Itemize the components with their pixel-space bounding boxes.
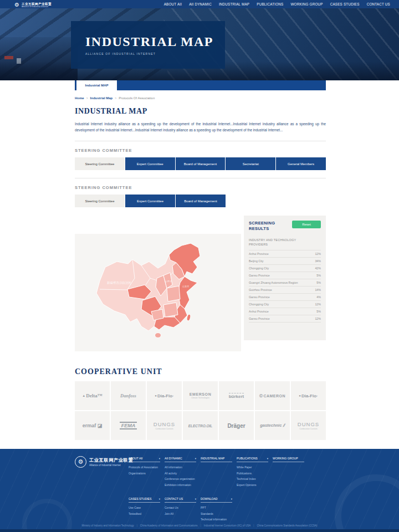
committee-tab[interactable]: General Members	[276, 157, 326, 170]
footer-link[interactable]: Conference organization	[165, 477, 196, 480]
partner-logo-fema[interactable]: FEMA	[111, 411, 146, 440]
screening-results-panel: SCREENING RESULTS Reset INDUSTRY AND TEC…	[244, 216, 326, 340]
gear-icon: ⚙	[14, 2, 19, 8]
committee-tab[interactable]: Steering Committee	[75, 195, 125, 207]
map-region-guizhou[interactable]	[151, 309, 163, 320]
screening-row[interactable]: Anhui Province12%	[249, 250, 321, 258]
site-logo[interactable]: ⚙ 工业互联网产业联盟 Alliance of Industrial Inter…	[14, 2, 52, 8]
partner-logo-ermaf[interactable]: ermaf ◪	[75, 411, 110, 440]
footer-link[interactable]: Join AII	[165, 512, 196, 515]
committee-tab[interactable]: Secretariat	[226, 157, 275, 170]
partner-logo-drager[interactable]: Dräger	[219, 411, 254, 440]
nav-link[interactable]: CONTACT US	[367, 2, 390, 6]
footer-bottom-link[interactable]: Industrial Internet Consortium (IIC) of …	[204, 524, 251, 527]
partner-logo-danfoss[interactable]: Danfoss	[111, 381, 146, 410]
screening-row[interactable]: Guizhou Province14%	[249, 287, 321, 294]
footer-link[interactable]: Technical Index	[237, 477, 268, 480]
map-region-henan-hubei[interactable]	[167, 286, 180, 301]
logo-text: Danfoss	[120, 393, 136, 398]
footer-column-title[interactable]: WORKING GROUP	[273, 457, 304, 462]
committee-tab[interactable]: Steering Committee	[75, 157, 125, 170]
committee-tab[interactable]: Expert Committee	[125, 195, 175, 207]
committee-tab[interactable]: Board of Management	[176, 195, 226, 207]
footer-column-title[interactable]: CONTACT US▾	[165, 497, 196, 503]
nav-link[interactable]: PUBLICATIONS	[257, 2, 283, 6]
footer-link[interactable]: Publications	[237, 472, 268, 475]
footer-column-label: INDUSTRIAL MAP	[201, 457, 224, 460]
footer-column-title[interactable]: ABOUT AII▾	[129, 457, 160, 462]
committee-tab[interactable]: Expert Committee	[125, 157, 175, 170]
logo-text: ELECTRO.OIL	[188, 424, 213, 428]
logo-wordmark: gastechnic ⫽	[260, 423, 285, 428]
footer-bottom-link[interactable]: China Communications Standards Associati…	[257, 524, 318, 527]
logo-text: ▲Delta™	[82, 393, 102, 398]
chevron-down-icon: ▾	[267, 457, 268, 460]
committee-tab[interactable]: Board of Management	[176, 157, 226, 170]
footer-logo[interactable]: ⚙ 工业互联网产业联盟 Alliance of Industrial Inter…	[75, 456, 133, 468]
screening-row[interactable]: Gansu Province4%	[249, 294, 321, 301]
footer-link[interactable]: White Paper	[237, 466, 268, 469]
nav-link[interactable]: WORKING GROUP	[290, 2, 323, 6]
footer-link[interactable]: All information	[165, 466, 196, 469]
footer-column-title[interactable]: CASES STUDIES▾	[129, 497, 160, 503]
hero-banner: INDUSTRIAL MAP ALLIANCE OF INDUSTRIAL IN…	[0, 8, 399, 80]
footer-link[interactable]: Organizations	[129, 472, 160, 475]
logo-subtext: Climate Technologies	[191, 397, 209, 399]
footer-column-title[interactable]: PUBLICATIONS▾	[237, 457, 268, 462]
footer-link[interactable]: Contact Us	[165, 506, 196, 509]
partner-logo-emerson[interactable]: EMERSONClimate Technologies	[183, 381, 218, 410]
footer-bottom-link[interactable]: Ministry of Industry and Information Tec…	[81, 524, 134, 527]
footer-link[interactable]: All activity	[165, 472, 196, 475]
partner-logo-dungs[interactable]: DUNGSCombustion Controls	[147, 411, 182, 440]
partner-logo-diaflo[interactable]: ●Dia-Flo·	[291, 381, 326, 410]
footer-column-title[interactable]: INDUSTRIAL MAP	[201, 457, 232, 462]
screening-row[interactable]: Chongqing City42%	[249, 265, 321, 272]
breadcrumb-item[interactable]: Industrial Map	[90, 96, 113, 100]
map-region-hunan-jiangxi[interactable]	[163, 303, 178, 317]
partner-logo-diaflo[interactable]: ●Dia-Flo·	[147, 381, 182, 410]
tab-industrial-map[interactable]: Industrial MAP	[76, 80, 117, 90]
breadcrumb-item[interactable]: Home	[75, 96, 84, 100]
footer-link[interactable]: Exhibition information	[165, 483, 196, 487]
logo-wordmark: Dia-Flo·	[301, 393, 318, 398]
footer-column-title[interactable]: AII DYNAMIC▾	[165, 457, 196, 462]
footer-link[interactable]: Protocols of Association	[129, 466, 160, 469]
china-choropleth-map[interactable]: 新疆维吾尔自治区 山西省 山东省	[75, 234, 241, 351]
screening-row[interactable]: Guangxi Zhuang Autonomous Region5%	[249, 279, 321, 287]
reset-button[interactable]: Reset	[292, 221, 321, 228]
screening-row[interactable]: Gansu Province12%	[249, 315, 321, 323]
screening-row[interactable]: Anhui Province5%	[249, 308, 321, 315]
footer-bottom-link[interactable]: China Academy of Information and Communi…	[140, 524, 198, 527]
footer-link[interactable]: Testedbed	[129, 512, 160, 515]
map-region-hainan[interactable]	[155, 333, 161, 338]
logo-text: DUNGS	[298, 421, 319, 427]
footer-link[interactable]: Expert Opinions	[237, 483, 268, 487]
footer-link[interactable]: Standards	[201, 512, 232, 515]
partner-logo-burkert[interactable]: bürkert	[219, 381, 254, 410]
logo-subtext: Combustion Controls	[299, 428, 318, 430]
province-value: 5%	[316, 281, 321, 284]
province-value: 42%	[315, 267, 321, 270]
footer-link[interactable]: Use Case	[129, 506, 160, 509]
partner-logo-cameron[interactable]: ⒸCAMERON	[255, 381, 290, 410]
footer-column: ABOUT AII▾Protocols of AssociationOrgani…	[129, 457, 160, 487]
footer-link[interactable]: Technical information	[201, 518, 232, 521]
footer-column-title[interactable]: DOWNLOAD▾	[201, 497, 232, 503]
partner-logo-electrooil[interactable]: ELECTRO.OIL	[183, 411, 218, 440]
map-region-east-coast[interactable]	[178, 277, 197, 309]
nav-link[interactable]: AII DYNAMIC	[189, 2, 212, 6]
cooperative-unit-title: COOPERATIVE UNIT	[75, 367, 326, 376]
nav-link[interactable]: ABOUT AII	[164, 2, 182, 6]
partner-logo-delta[interactable]: ▲Delta™	[75, 381, 110, 410]
screening-row[interactable]: Beijing City34%	[249, 258, 321, 265]
committee-tabs: Steering CommitteeExpert CommitteeBoard …	[75, 157, 326, 170]
partner-logo-gastechnic[interactable]: gastechnic ⫽	[255, 411, 290, 440]
footer-link[interactable]: PPT	[201, 506, 232, 509]
nav-link[interactable]: CASES STUDIES	[330, 2, 360, 6]
screening-row[interactable]: Gansu Province5%	[249, 272, 321, 279]
logo-text: gastechnic ⫽	[260, 423, 285, 428]
breadcrumb: Home>Industrial Map>Protocols Of Associa…	[75, 96, 326, 100]
screening-row[interactable]: Chongqing City12%	[249, 301, 321, 308]
nav-link[interactable]: INDUSTRIAL MAP	[219, 2, 249, 6]
partner-logo-dungs[interactable]: DUNGSCombustion Controls	[291, 411, 326, 440]
